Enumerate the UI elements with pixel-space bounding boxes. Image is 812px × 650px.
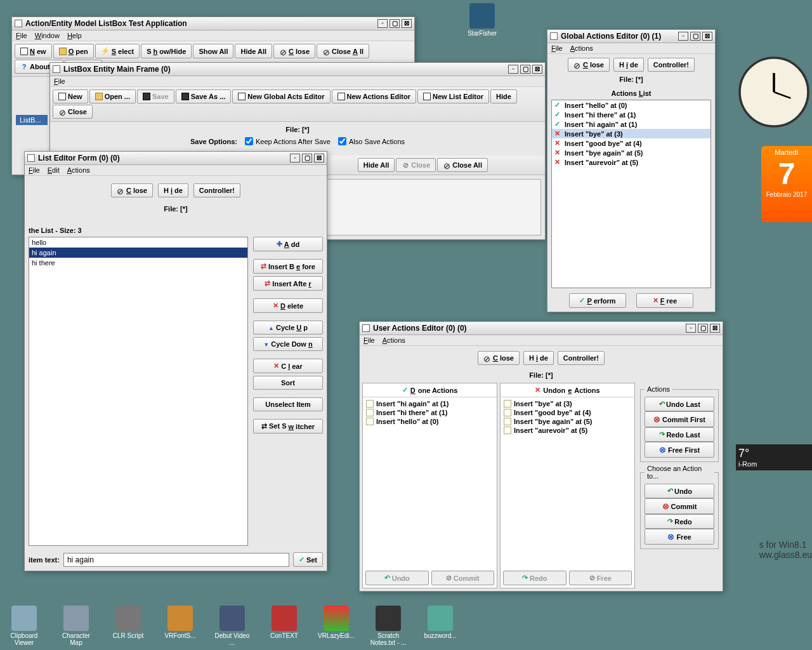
minimize-button[interactable]: ▫ xyxy=(290,154,300,162)
close-button[interactable]: ⊠ xyxy=(710,324,720,333)
action-item[interactable]: Insert "good bye" at (4) xyxy=(552,138,710,148)
menu-actions[interactable]: Actions xyxy=(570,44,593,52)
titlebar[interactable]: Global Actions Editor (0) (1) ▫ ▢ ⊠ xyxy=(547,30,715,43)
clear-button[interactable]: Clear xyxy=(253,359,323,373)
close-button[interactable]: ⊠ xyxy=(702,32,712,41)
set-switcher-button[interactable]: ⇄ Set Switcher xyxy=(253,419,323,434)
maximize-button[interactable]: ▢ xyxy=(690,32,700,41)
close-button[interactable]: ⊠ xyxy=(314,154,324,162)
menu-file[interactable]: File xyxy=(29,166,40,174)
desktop-icon-starfisher[interactable]: StarFisher xyxy=(463,3,501,37)
desktop-icon[interactable]: Debut Video ... xyxy=(213,606,251,646)
menu-file[interactable]: File xyxy=(54,77,65,85)
the-list[interactable]: hello hi again hi there xyxy=(29,237,248,546)
minimize-button[interactable]: ▫ xyxy=(508,65,518,74)
titlebar[interactable]: ListBox Entity Main Frame (0) ▫ ▢ ⊠ xyxy=(50,63,545,76)
showhide-button[interactable]: Show/Hide xyxy=(141,44,192,58)
unselect-button[interactable]: Unselect Item xyxy=(253,397,323,411)
controller-button[interactable]: Controller! xyxy=(558,351,605,365)
action-item[interactable]: Insert "hi again" at (1) xyxy=(552,119,710,129)
menu-actions[interactable]: Actions xyxy=(67,166,90,174)
delete-button[interactable]: Delete xyxy=(253,298,323,313)
maximize-button[interactable]: ▢ xyxy=(520,65,530,74)
controller-button[interactable]: Controller! xyxy=(648,58,695,72)
desktop-icon[interactable]: VRLazyEdi... xyxy=(317,606,355,646)
desktop-icon[interactable]: ConTEXT xyxy=(265,606,303,646)
also-save-checkbox[interactable]: Also Save Actions xyxy=(338,137,405,145)
choose-undo-button[interactable]: Undo xyxy=(645,484,714,498)
commit-first-button[interactable]: Commit First xyxy=(645,411,714,427)
add-button[interactable]: Add xyxy=(253,237,323,251)
close-button[interactable]: Close xyxy=(273,44,315,58)
cycle-up-button[interactable]: Cycle Up xyxy=(253,321,323,335)
hide-button[interactable]: Hide xyxy=(490,90,517,103)
maximize-button[interactable]: ▢ xyxy=(390,19,400,28)
done-list[interactable]: Insert "hi again" at (1)Insert "hi there… xyxy=(363,397,497,568)
choose-free-button[interactable]: Free xyxy=(645,529,714,545)
menu-file[interactable]: File xyxy=(363,336,375,344)
titlebar[interactable]: User Actions Editor (0) (0) ▫ ▢ ⊠ xyxy=(360,322,723,335)
close-button[interactable]: ⊠ xyxy=(402,19,412,28)
set-button[interactable]: Set xyxy=(293,552,323,567)
menu-window[interactable]: Window xyxy=(35,32,60,39)
action-item[interactable]: Insert "bye" at (3) xyxy=(502,399,632,408)
menu-help[interactable]: Help xyxy=(67,32,82,39)
hide-button[interactable]: Hide xyxy=(523,351,554,365)
insert-before-button[interactable]: Insert Before xyxy=(253,259,323,274)
perform-button[interactable]: Perform xyxy=(569,293,626,308)
new-button[interactable]: New xyxy=(53,90,88,103)
titlebar[interactable]: List Editor Form (0) (0) ▫ ▢ ⊠ xyxy=(25,152,327,165)
open-button[interactable]: Open xyxy=(53,44,94,58)
showall-button[interactable]: Show All xyxy=(193,44,233,58)
minimize-button[interactable]: ▫ xyxy=(678,32,688,41)
undo-last-button[interactable]: Undo Last xyxy=(645,397,714,411)
new-button[interactable]: New xyxy=(15,44,52,58)
action-item[interactable]: Insert "hello" at (0) xyxy=(552,100,710,110)
actions-list[interactable]: Insert "hello" at (0)Insert "hi there" a… xyxy=(551,100,711,288)
hideall-button[interactable]: Hide All xyxy=(235,44,272,58)
redo-last-button[interactable]: Redo Last xyxy=(645,427,714,442)
maximize-button[interactable]: ▢ xyxy=(302,154,312,162)
open-button[interactable]: Open ... xyxy=(89,90,136,103)
desktop-icon[interactable]: Character Map xyxy=(57,606,95,646)
minimize-button[interactable]: ▫ xyxy=(377,19,388,28)
select-button[interactable]: ⚡ Select xyxy=(95,44,140,58)
menu-edit[interactable]: Edit xyxy=(48,166,60,174)
free-first-button[interactable]: Free First xyxy=(645,442,714,458)
action-item[interactable]: Insert "aurevoir" at (5) xyxy=(502,426,632,435)
list-item[interactable]: hello xyxy=(29,237,247,248)
action-item[interactable]: Insert "hello" at (0) xyxy=(365,417,495,426)
action-item[interactable]: Insert "hi again" at (1) xyxy=(365,399,495,408)
hide-button[interactable]: Hide xyxy=(158,183,188,197)
keep-actions-checkbox[interactable]: Keep Actions After Save xyxy=(245,137,331,145)
maximize-button[interactable]: ▢ xyxy=(698,324,708,333)
item-text-input[interactable] xyxy=(63,553,289,567)
action-item[interactable]: Insert "bye again" at (5) xyxy=(502,417,632,426)
new-list-editor-button[interactable]: New List Editor xyxy=(417,90,489,103)
close-button[interactable]: Close xyxy=(53,105,93,119)
desktop-icon[interactable]: CLR Script xyxy=(109,606,147,646)
desktop-icon[interactable]: Scratch Notes.txt - ... xyxy=(369,606,407,646)
action-item[interactable]: Insert "hi there" at (1) xyxy=(552,110,710,119)
closeall-button[interactable]: Close All xyxy=(317,44,369,58)
titlebar[interactable]: Action/Entity Model ListBox Test Applica… xyxy=(12,17,414,30)
saveas-button[interactable]: Save As ... xyxy=(176,90,232,103)
close-button[interactable]: Close xyxy=(478,351,520,365)
action-item[interactable]: Insert "aurevoir" at (5) xyxy=(552,157,710,167)
menu-file[interactable]: File xyxy=(16,32,27,39)
new-global-acts-button[interactable]: New Global Acts Editor xyxy=(232,90,330,103)
choose-commit-button[interactable]: Commit xyxy=(645,498,714,514)
list-item[interactable]: hi there xyxy=(29,258,247,268)
choose-redo-button[interactable]: Redo xyxy=(645,514,714,529)
desktop-icon[interactable]: VRFontS... xyxy=(161,606,199,646)
action-item[interactable]: Insert "bye" at (3) xyxy=(552,129,710,138)
sidebar-item[interactable]: ListB... xyxy=(16,115,48,125)
new-actions-editor-button[interactable]: New Actions Editor xyxy=(332,90,416,103)
hide-button[interactable]: Hide xyxy=(613,58,644,72)
list-item[interactable]: hi again xyxy=(29,248,247,258)
hideall-button[interactable]: Hide All xyxy=(358,158,395,172)
action-item[interactable]: Insert "hi there" at (1) xyxy=(365,408,495,417)
action-item[interactable]: Insert "bye again" at (5) xyxy=(552,148,710,157)
close-button[interactable]: ⊠ xyxy=(532,65,542,74)
close-button[interactable]: Close xyxy=(111,183,153,197)
